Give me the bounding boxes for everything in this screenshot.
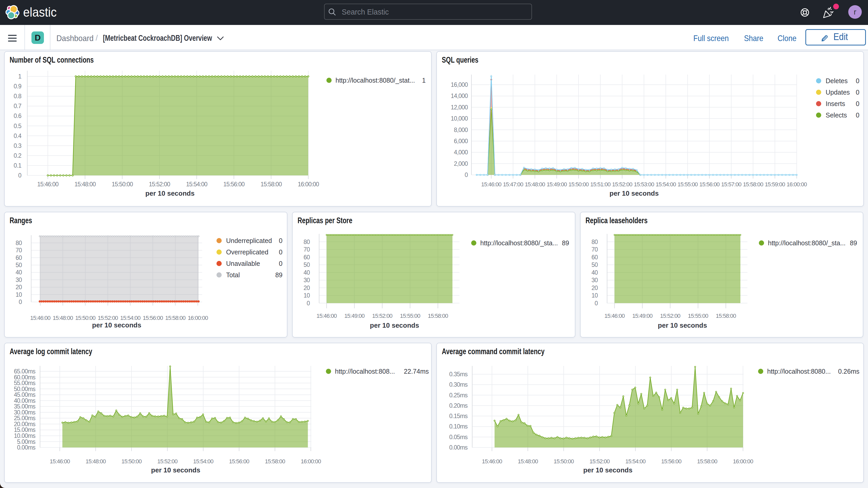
svg-text:15:46:00: 15:46:00: [50, 458, 70, 465]
svg-text:15:52:00: 15:52:00: [372, 313, 393, 319]
svg-text:10: 10: [304, 292, 310, 299]
svg-text:per 10 seconds: per 10 seconds: [658, 322, 707, 329]
svg-text:16:00:00: 16:00:00: [188, 315, 208, 321]
svg-text:40: 40: [591, 269, 598, 276]
svg-text:per 10 seconds: per 10 seconds: [92, 321, 141, 329]
svg-text:15:53:00: 15:53:00: [634, 181, 654, 188]
svg-text:0: 0: [856, 77, 860, 85]
svg-text:15:50:00: 15:50:00: [75, 315, 95, 321]
svg-text:16:00:00: 16:00:00: [787, 181, 807, 188]
svg-text:65.00ms: 65.00ms: [14, 368, 35, 375]
svg-text:0.30ms: 0.30ms: [449, 381, 467, 388]
svg-text:35.00ms: 35.00ms: [14, 403, 35, 410]
svg-text:50: 50: [304, 262, 310, 268]
svg-text:80: 80: [304, 239, 310, 245]
svg-text:30: 30: [591, 277, 598, 283]
svg-text:15:52:00: 15:52:00: [612, 181, 632, 188]
svg-text:0.8: 0.8: [13, 93, 21, 99]
svg-text:40.00ms: 40.00ms: [14, 397, 35, 404]
svg-text:10.00ms: 10.00ms: [14, 432, 35, 439]
svg-text:15:48:00: 15:48:00: [74, 181, 96, 188]
svg-text:0: 0: [307, 300, 310, 307]
svg-text:80: 80: [591, 239, 598, 245]
svg-text:0.20ms: 0.20ms: [449, 402, 467, 409]
svg-text:0: 0: [279, 260, 282, 267]
svg-text:0.7: 0.7: [13, 103, 21, 110]
svg-text:20: 20: [304, 284, 310, 291]
svg-text:16:00:00: 16:00:00: [733, 458, 753, 465]
svg-text:8,000: 8,000: [454, 126, 468, 133]
svg-text:15:56:00: 15:56:00: [229, 458, 249, 465]
svg-text:5.00ms: 5.00ms: [17, 438, 35, 445]
svg-text:2,000: 2,000: [454, 160, 468, 167]
svg-text:16:00:00: 16:00:00: [298, 181, 319, 188]
svg-text:10: 10: [16, 291, 22, 298]
svg-text:15:58:00: 15:58:00: [260, 181, 282, 188]
svg-text:70: 70: [16, 247, 22, 254]
svg-text:6,000: 6,000: [454, 138, 468, 145]
svg-text:15:52:00: 15:52:00: [660, 313, 680, 319]
svg-text:0: 0: [279, 237, 282, 244]
svg-text:0.2: 0.2: [13, 152, 21, 159]
svg-text:30: 30: [16, 276, 22, 283]
svg-text:15:51:00: 15:51:00: [590, 181, 611, 188]
svg-text:0.10ms: 0.10ms: [449, 423, 467, 430]
svg-text:22.74ms: 22.74ms: [404, 368, 429, 375]
svg-text:16,000: 16,000: [451, 81, 468, 88]
svg-text:25.00ms: 25.00ms: [14, 415, 35, 422]
svg-text:15:48:00: 15:48:00: [525, 181, 545, 188]
svg-text:40: 40: [16, 269, 22, 276]
svg-text:http://localhost:8080/_sta...: http://localhost:8080/_sta...: [768, 239, 846, 247]
svg-text:50: 50: [591, 262, 598, 268]
svg-text:Overreplicated: Overreplicated: [226, 248, 269, 256]
svg-text:60: 60: [16, 254, 22, 261]
svg-text:15:52:00: 15:52:00: [98, 315, 118, 321]
svg-text:0.9: 0.9: [13, 83, 21, 90]
svg-text:0.00ms: 0.00ms: [17, 444, 35, 451]
svg-text:0.05ms: 0.05ms: [449, 434, 467, 440]
svg-text:15:50:00: 15:50:00: [121, 458, 142, 465]
svg-text:89: 89: [850, 239, 857, 247]
svg-text:15:54:00: 15:54:00: [186, 181, 207, 188]
svg-text:0.4: 0.4: [13, 132, 22, 139]
svg-text:10,000: 10,000: [451, 115, 468, 122]
svg-text:14,000: 14,000: [451, 92, 468, 99]
svg-text:Updates: Updates: [826, 89, 850, 96]
svg-text:0.25ms: 0.25ms: [449, 392, 467, 399]
svg-text:15:46:00: 15:46:00: [316, 313, 337, 319]
svg-text:15:56:00: 15:56:00: [661, 458, 681, 465]
svg-text:0.26ms: 0.26ms: [838, 368, 860, 375]
svg-text:15:46:00: 15:46:00: [37, 181, 59, 188]
svg-text:15:52:00: 15:52:00: [589, 458, 610, 465]
svg-text:15:56:00: 15:56:00: [143, 315, 163, 321]
svg-text:70: 70: [304, 246, 310, 253]
svg-text:0: 0: [856, 112, 860, 119]
svg-text:0: 0: [19, 299, 22, 305]
svg-text:45.00ms: 45.00ms: [14, 391, 35, 398]
svg-text:15:56:00: 15:56:00: [223, 181, 245, 188]
svg-text:50.00ms: 50.00ms: [14, 386, 35, 392]
svg-text:30: 30: [304, 277, 310, 283]
svg-text:20: 20: [591, 284, 598, 291]
svg-text:89: 89: [275, 271, 282, 279]
svg-text:15:46:00: 15:46:00: [30, 315, 51, 321]
svg-text:0.5: 0.5: [13, 123, 21, 129]
svg-text:0.3: 0.3: [13, 143, 21, 149]
svg-text:15:48:00: 15:48:00: [86, 458, 106, 465]
svg-text:16:00:00: 16:00:00: [301, 458, 321, 465]
svg-text:15:49:00: 15:49:00: [632, 313, 653, 319]
svg-text:15:47:00: 15:47:00: [503, 181, 523, 188]
svg-text:0.35ms: 0.35ms: [449, 371, 467, 377]
svg-text:15:48:00: 15:48:00: [518, 458, 538, 465]
svg-text:Underreplicated: Underreplicated: [226, 237, 272, 244]
svg-text:15:58:00: 15:58:00: [265, 458, 285, 465]
svg-text:0: 0: [18, 172, 21, 179]
svg-text:15:50:00: 15:50:00: [568, 181, 589, 188]
svg-text:Total: Total: [226, 271, 240, 279]
svg-text:15:50:00: 15:50:00: [554, 458, 574, 465]
svg-text:50: 50: [16, 262, 22, 268]
svg-text:http://localhost:8080/_stat...: http://localhost:8080/_stat...: [336, 77, 415, 84]
svg-text:0: 0: [856, 100, 860, 107]
svg-text:15:58:00: 15:58:00: [697, 458, 717, 465]
svg-text:15:54:00: 15:54:00: [120, 315, 141, 321]
